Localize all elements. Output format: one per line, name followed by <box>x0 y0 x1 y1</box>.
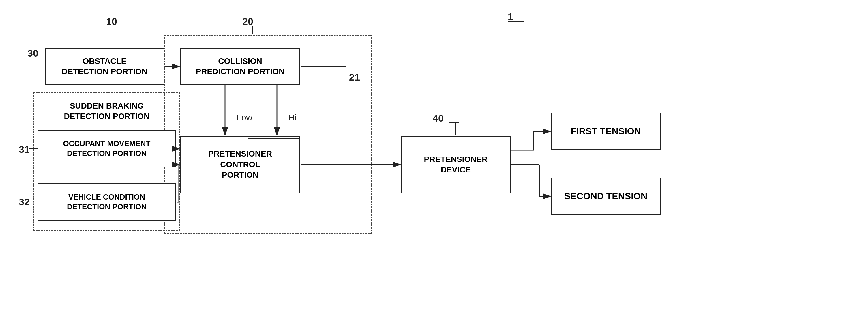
occupant-movement-label: OCCUPANT MOVEMENT DETECTION PORTION <box>63 139 151 159</box>
label-20: 20 <box>242 16 253 27</box>
occupant-movement-box: OCCUPANT MOVEMENT DETECTION PORTION <box>37 130 176 168</box>
label-31: 31 <box>19 144 30 155</box>
pretensioner-control-label: PRETENSIONER CONTROL PORTION <box>208 149 272 180</box>
pretensioner-device-label: PRETENSIONER DEVICE <box>424 154 488 175</box>
second-tension-label: SECOND TENSION <box>564 190 647 202</box>
pretensioner-device-box: PRETENSIONER DEVICE <box>401 136 510 194</box>
vehicle-condition-box: VEHICLE CONDITION DETECTION PORTION <box>37 183 176 221</box>
second-tension-box: SECOND TENSION <box>551 177 660 215</box>
obstacle-detection-box: OBSTACLE DETECTION PORTION <box>45 48 164 85</box>
label-30: 30 <box>27 48 38 59</box>
vehicle-condition-label: VEHICLE CONDITION DETECTION PORTION <box>67 192 147 212</box>
first-tension-label: FIRST TENSION <box>570 125 641 137</box>
pretensioner-control-box: PRETENSIONER CONTROL PORTION <box>180 136 300 194</box>
label-32: 32 <box>19 196 30 208</box>
first-tension-box: FIRST TENSION <box>551 113 660 150</box>
collision-prediction-label: COLLISION PREDICTION PORTION <box>195 56 284 77</box>
diagram: 1 10 20 21 22 30 31 32 40 Low Hi OBSTACL… <box>0 0 868 311</box>
sudden-braking-box: SUDDEN BRAKING DETECTION PORTION <box>37 97 176 125</box>
collision-prediction-box: COLLISION PREDICTION PORTION <box>180 48 300 85</box>
obstacle-detection-label: OBSTACLE DETECTION PORTION <box>62 56 147 77</box>
label-40: 40 <box>433 113 444 124</box>
label-10: 10 <box>106 16 117 27</box>
sudden-braking-label: SUDDEN BRAKING DETECTION PORTION <box>64 101 149 122</box>
